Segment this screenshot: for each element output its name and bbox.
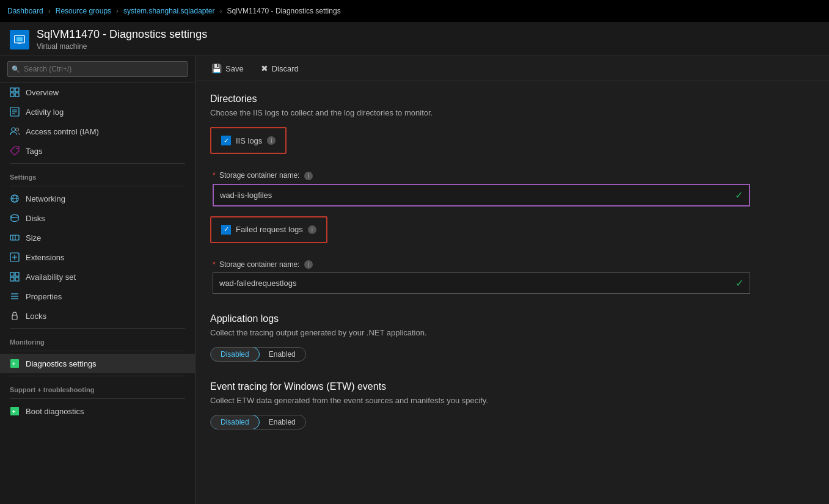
vm-svg — [13, 34, 26, 46]
svg-point-12 — [12, 128, 15, 131]
diagnostics-icon: + — [10, 359, 20, 368]
sidebar-item-disks[interactable]: Disks — [0, 208, 195, 228]
sidebar-item-tags[interactable]: Tags — [0, 141, 195, 161]
monitoring-section-label: Monitoring — [0, 331, 195, 348]
failed-storage-label: * Storage container name: i — [213, 260, 814, 269]
nav-divider-5 — [10, 376, 185, 376]
svg-text:+: + — [12, 361, 15, 367]
sidebar-item-locks[interactable]: Locks — [0, 306, 195, 326]
locks-label: Locks — [26, 312, 46, 321]
svg-rect-7 — [15, 93, 19, 97]
directories-title: Directories — [210, 93, 814, 104]
sidebar-item-overview[interactable]: Overview — [0, 82, 195, 102]
sidebar-item-boot-diagnostics[interactable]: + Boot diagnostics — [0, 401, 195, 421]
size-icon — [10, 233, 20, 243]
iis-storage-field: * Storage container name: i wad-iis-logf… — [210, 171, 814, 206]
networking-label: Networking — [26, 194, 65, 203]
iis-logs-label: IIS logs — [236, 136, 262, 145]
failed-required-marker: * — [213, 260, 216, 269]
iis-storage-input[interactable]: wad-iis-logfiles ✓ — [213, 184, 750, 206]
iis-logs-checkbox[interactable] — [221, 136, 231, 145]
failed-storage-value: wad-failedrequestlogs — [219, 279, 296, 288]
iis-storage-info-icon[interactable]: i — [304, 172, 313, 180]
boot-diagnostics-icon: + — [10, 406, 20, 416]
settings-section-label: Settings — [0, 166, 195, 183]
sidebar-item-properties[interactable]: Properties — [0, 287, 195, 306]
sidebar-search-wrap — [0, 56, 195, 82]
page-header: SqlVM11470 - Diagnostics settings Virtua… — [0, 22, 829, 56]
search-input[interactable] — [7, 61, 188, 77]
etw-section: Event tracing for Windows (ETW) events C… — [210, 381, 814, 429]
breadcrumb-current: SqlVM11470 - Diagnostics settings — [227, 7, 341, 15]
overview-icon — [10, 87, 20, 97]
boot-diagnostics-label: Boot diagnostics — [26, 407, 84, 416]
svg-point-13 — [16, 128, 19, 131]
nav-divider-3 — [10, 328, 185, 329]
iis-storage-label: * Storage container name: i — [213, 171, 814, 180]
page-title: SqlVM11470 - Diagnostics settings — [37, 28, 207, 41]
etw-desc: Collect ETW data generated from the even… — [210, 396, 814, 405]
svg-rect-1 — [16, 37, 23, 41]
app-logs-disabled-btn[interactable]: Disabled — [210, 347, 260, 362]
sidebar-item-networking[interactable]: Networking — [0, 189, 195, 208]
diagnostics-settings-label: Diagnostics settings — [26, 359, 97, 368]
discard-label: Discard — [272, 64, 299, 73]
svg-point-18 — [11, 215, 18, 218]
app-logs-enabled-btn[interactable]: Enabled — [259, 348, 305, 361]
app-logs-title: Application logs — [210, 313, 814, 324]
breadcrumb: Dashboard › Resource groups › system.sha… — [0, 0, 829, 22]
overview-label: Overview — [26, 88, 59, 97]
save-label: Save — [225, 64, 244, 73]
failed-storage-field: * Storage container name: i wad-failedre… — [210, 260, 814, 294]
breadcrumb-sqladapter[interactable]: system.shanghai.sqladapter — [123, 7, 214, 15]
svg-point-14 — [16, 148, 18, 149]
svg-rect-24 — [15, 272, 19, 276]
failed-storage-input[interactable]: wad-failedrequestlogs ✓ — [213, 272, 750, 294]
header-text: SqlVM11470 - Diagnostics settings Virtua… — [37, 28, 207, 51]
sidebar-item-activity-log[interactable]: Activity log — [0, 102, 195, 122]
content-area-wrap: 💾 Save ✖ Discard Directories Choose the … — [195, 56, 829, 504]
nav-divider-1 — [10, 163, 185, 164]
iis-storage-check-icon: ✓ — [735, 189, 743, 201]
sidebar-item-availability-set[interactable]: Availability set — [0, 267, 195, 287]
directories-desc: Choose the IIS logs to collect and the l… — [210, 108, 814, 117]
disks-label: Disks — [26, 214, 45, 223]
iis-logs-info-icon[interactable]: i — [267, 136, 276, 145]
iis-logs-label-row: IIS logs i — [221, 136, 276, 145]
extensions-icon — [10, 252, 20, 262]
discard-button[interactable]: ✖ Discard — [257, 61, 302, 76]
content-body: Directories Choose the IIS logs to colle… — [195, 81, 829, 504]
locks-icon — [10, 311, 20, 321]
nav-divider-4 — [10, 351, 185, 351]
save-button[interactable]: 💾 Save — [208, 61, 247, 76]
failed-request-info-icon[interactable]: i — [308, 225, 316, 234]
etw-title: Event tracing for Windows (ETW) events — [210, 381, 814, 392]
breadcrumb-sep-3: › — [220, 7, 222, 15]
svg-rect-23 — [10, 272, 14, 276]
sidebar-item-extensions[interactable]: Extensions — [0, 247, 195, 267]
toolbar: 💾 Save ✖ Discard — [195, 56, 829, 81]
etw-enabled-btn[interactable]: Enabled — [259, 415, 305, 429]
breadcrumb-resource-groups[interactable]: Resource groups — [56, 7, 111, 15]
app-logs-desc: Collect the tracing output generated by … — [210, 328, 814, 337]
properties-label: Properties — [26, 292, 62, 301]
failed-request-checkbox[interactable] — [221, 225, 231, 235]
access-control-icon — [10, 126, 20, 136]
tags-label: Tags — [26, 147, 42, 156]
breadcrumb-dashboard[interactable]: Dashboard — [7, 7, 43, 15]
failed-storage-info-icon[interactable]: i — [304, 260, 313, 269]
page-subtitle: Virtual machine — [37, 42, 207, 51]
svg-rect-25 — [10, 277, 14, 281]
sidebar-item-diagnostics-settings[interactable]: + Diagnostics settings — [0, 354, 195, 373]
iis-required-marker: * — [213, 171, 216, 180]
nav-divider-2 — [10, 186, 185, 186]
activity-log-icon — [10, 107, 20, 117]
etw-disabled-btn[interactable]: Disabled — [210, 415, 260, 429]
properties-icon — [10, 291, 20, 301]
app-logs-section: Application logs Collect the tracing out… — [210, 313, 814, 362]
sidebar-item-size[interactable]: Size — [0, 228, 195, 247]
size-label: Size — [26, 233, 41, 243]
svg-rect-30 — [12, 315, 17, 320]
failed-storage-check-icon: ✓ — [736, 277, 743, 289]
sidebar-item-access-control[interactable]: Access control (IAM) — [0, 122, 195, 141]
